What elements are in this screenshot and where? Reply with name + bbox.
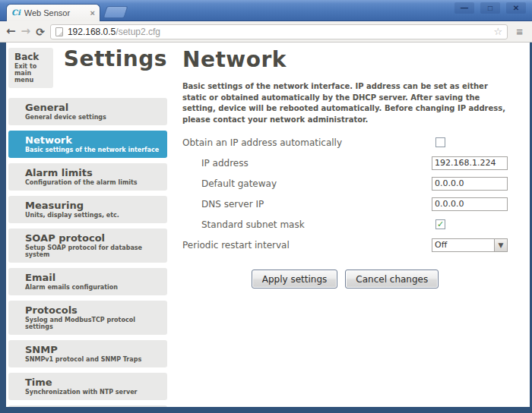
restart-interval-value: Off	[432, 240, 494, 250]
sidebar-item-network[interactable]: Network Basic settings of the network in…	[8, 131, 167, 158]
sidebar-item-measuring[interactable]: Measuring Units, display settings, etc.	[8, 196, 167, 223]
sidebar-item-desc: Synchronization with NTP server	[25, 389, 160, 396]
sidebar-item-desc: Syslog and ModbusTCP protocol settings	[25, 317, 160, 330]
page-viewport: Back Exit to main menu Settings General …	[0, 43, 532, 413]
sidebar-item-snmp[interactable]: SNMP SNMPv1 protocol and SNMP Traps	[8, 340, 167, 367]
browser-toolbar: ← → ⟳ 192.168.0.5/setup2.cfg ☆ ≡	[0, 21, 532, 43]
sidebar-item-email[interactable]: Email Alarm emails configuration	[8, 268, 167, 295]
restart-interval-label: Periodic restart interval	[182, 240, 290, 251]
page-title: Network	[182, 47, 508, 72]
restart-interval-select[interactable]: Off ▼	[432, 238, 508, 252]
tab-close-icon[interactable]: ×	[90, 9, 95, 17]
sidebar-item-soap-protocol[interactable]: SOAP protocol Setup SOAP protocol for da…	[8, 229, 167, 263]
favicon-icon: Ci	[11, 9, 21, 17]
sidebar-menu: General General device settings Network …	[8, 98, 167, 407]
sidebar-item-general[interactable]: General General device settings	[8, 98, 167, 125]
browser-window: Ci Web Sensor × — □ ✕ ← → ⟳ 192.168.0.5/…	[0, 0, 532, 413]
form-row-ip-address: IP address	[182, 153, 508, 173]
form-row-subnet-mask: Standard subnet mask ✓	[182, 214, 508, 235]
sidebar-item-desc: Alarm emails configuration	[25, 284, 160, 291]
ip-address-label: IP address	[182, 158, 249, 169]
sidebar-item-label: General	[25, 102, 160, 113]
window-controls: — □ ✕	[454, 2, 526, 14]
form-row-obtain-ip: Obtain an IP address automatically	[182, 132, 508, 153]
url-path: /setup2.cfg	[116, 27, 160, 37]
title-bar: Ci Web Sensor × — □ ✕	[0, 0, 532, 21]
apply-settings-button[interactable]: Apply settings	[252, 270, 338, 288]
sidebar-item-label: SOAP protocol	[25, 232, 160, 244]
web-sensor-page: Back Exit to main menu Settings General …	[6, 43, 530, 407]
sidebar-item-desc: Basic settings of the network interface	[25, 147, 160, 153]
sidebar-item-desc: Setup SOAP protocol for database system	[25, 244, 160, 258]
minimize-button[interactable]: —	[454, 2, 474, 14]
form-row-restart-interval: Periodic restart interval Off ▼	[182, 235, 508, 255]
url-text: 192.168.0.5/setup2.cfg	[68, 27, 160, 36]
sidebar-item-www-security[interactable]: WWW and Security Web server and Security…	[8, 405, 167, 407]
menu-icon[interactable]: ≡	[513, 26, 526, 37]
back-nav-button[interactable]: Back Exit to main menu	[8, 48, 53, 88]
address-bar[interactable]: 192.168.0.5/setup2.cfg ☆	[50, 24, 508, 39]
page-description: Basic settings of the network interface.…	[182, 81, 508, 125]
new-tab-button[interactable]	[103, 6, 128, 18]
obtain-ip-checkbox[interactable]	[435, 137, 445, 147]
default-gateway-label: Default gateway	[182, 178, 277, 189]
ip-address-field[interactable]	[432, 156, 508, 170]
sidebar-item-label: Alarm limits	[25, 167, 160, 178]
sidebar-item-alarm-limits[interactable]: Alarm limits Configuration of the alarm …	[8, 163, 167, 191]
dns-server-field[interactable]	[432, 197, 508, 211]
network-settings-panel: Network Basic settings of the network in…	[182, 47, 508, 288]
dns-server-label: DNS server IP	[182, 199, 264, 210]
forward-icon: →	[21, 26, 31, 37]
cancel-changes-button[interactable]: Cancel changes	[345, 270, 439, 288]
sidebar-item-label: Network	[25, 134, 160, 146]
sidebar-item-desc: General device settings	[25, 114, 160, 121]
refresh-icon[interactable]: ⟳	[36, 27, 45, 37]
subnet-mask-label: Standard subnet mask	[182, 219, 305, 230]
settings-sidebar: Back Exit to main menu Settings General …	[8, 48, 167, 407]
sidebar-item-label: SNMP	[25, 344, 160, 355]
bookmark-star-icon[interactable]: ☆	[494, 27, 503, 36]
sidebar-item-label: Time	[25, 377, 160, 388]
obtain-ip-label: Obtain an IP address automatically	[182, 137, 342, 148]
url-host: 192.168.0.5	[68, 27, 116, 37]
default-gateway-field[interactable]	[432, 177, 508, 191]
subnet-mask-checkbox[interactable]: ✓	[435, 219, 445, 229]
back-sublabel: Exit to main menu	[14, 63, 47, 84]
sidebar-header: Back Exit to main menu Settings	[8, 48, 167, 88]
close-button[interactable]: ✕	[506, 2, 526, 14]
tab-title: Web Sensor	[24, 9, 87, 17]
sidebar-item-time[interactable]: Time Synchronization with NTP server	[8, 373, 167, 400]
back-icon[interactable]: ←	[6, 26, 16, 37]
browser-tab[interactable]: Ci Web Sensor ×	[6, 4, 100, 21]
form-row-default-gateway: Default gateway	[182, 173, 508, 194]
sidebar-item-protocols[interactable]: Protocols Syslog and ModbusTCP protocol …	[8, 301, 167, 335]
maximize-button[interactable]: □	[480, 2, 500, 14]
page-icon	[55, 27, 63, 36]
sidebar-item-label: Measuring	[25, 200, 160, 211]
form-row-dns-server: DNS server IP	[182, 194, 508, 214]
sidebar-item-desc: Configuration of the alarm limits	[25, 179, 160, 186]
sidebar-item-label: Protocols	[25, 304, 160, 316]
sidebar-item-desc: SNMPv1 protocol and SNMP Traps	[25, 356, 160, 363]
sidebar-item-desc: Units, display settings, etc.	[25, 212, 160, 219]
back-label: Back	[14, 52, 47, 62]
settings-title: Settings	[64, 46, 167, 71]
form-actions: Apply settings Cancel changes	[182, 270, 508, 288]
sidebar-item-label: Email	[25, 272, 160, 283]
chevron-down-icon: ▼	[494, 239, 507, 251]
network-form: Obtain an IP address automatically IP ad…	[182, 132, 508, 255]
